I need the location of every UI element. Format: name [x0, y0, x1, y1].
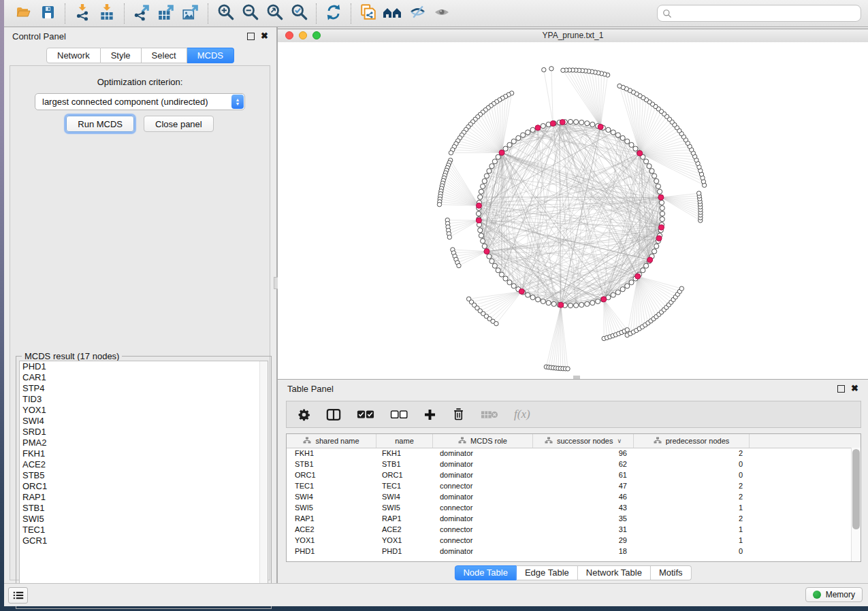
table-row[interactable]: FKH1FKH1dominator962 — [287, 448, 852, 459]
list-item[interactable]: RAP1 — [20, 492, 268, 503]
table-row[interactable]: PHD1PHD1dominator180 — [287, 546, 852, 557]
zoom-fit-button[interactable] — [262, 3, 287, 24]
import-table-button[interactable] — [95, 3, 119, 24]
column-header[interactable]: predecessor nodes — [634, 434, 750, 448]
show-column-panel-button[interactable] — [326, 408, 341, 421]
close-panel-button[interactable]: Close panel — [144, 116, 214, 132]
table-cell: SWI5 — [376, 503, 433, 512]
list-item[interactable]: ACE2 — [20, 459, 268, 470]
list-item[interactable]: STB1 — [20, 503, 268, 514]
close-table-panel-icon[interactable]: ✖ — [851, 385, 858, 392]
table-row[interactable]: SWI4SWI4dominator462 — [287, 491, 852, 502]
mcds-result-title: MCDS result (17 nodes) — [22, 351, 122, 361]
hide-selected-eye-icon — [408, 3, 427, 23]
memory-button[interactable]: Memory — [805, 587, 863, 602]
list-item[interactable]: SRD1 — [20, 427, 268, 437]
close-window-icon[interactable] — [285, 31, 293, 39]
table-settings-button[interactable] — [298, 408, 310, 421]
delete-columns-button[interactable] — [452, 408, 465, 421]
criterion-dropdown[interactable]: largest connected component (undirected)… — [35, 93, 245, 110]
run-mcds-button[interactable]: Run MCDS — [66, 116, 134, 132]
main-toolbar — [4, 0, 868, 27]
column-header[interactable]: successor nodes∨ — [533, 434, 634, 448]
network-canvas[interactable] — [278, 42, 868, 379]
tab-edge-table[interactable]: Edge Table — [517, 565, 578, 580]
tab-network[interactable]: Network — [46, 48, 101, 63]
task-history-button[interactable] — [8, 587, 28, 604]
save-session-button[interactable] — [35, 3, 60, 24]
list-item[interactable]: TID3 — [20, 394, 268, 405]
memory-status-dot — [813, 591, 821, 599]
table-cell: ORC1 — [287, 471, 376, 479]
export-network-button[interactable] — [129, 3, 154, 24]
table-cell: SWI4 — [287, 493, 376, 501]
list-item[interactable]: ORC1 — [20, 481, 268, 492]
list-item[interactable]: CAR1 — [20, 372, 268, 383]
table-row[interactable]: SWI5SWI5connector431 — [287, 502, 852, 513]
table-row[interactable]: RAP1RAP1dominator352 — [287, 513, 852, 524]
list-item[interactable]: SWI5 — [20, 514, 268, 525]
table-row[interactable]: TEC1TEC1connector472 — [287, 480, 852, 491]
column-label: MCDS role — [470, 437, 507, 445]
refresh-layout-button[interactable] — [321, 3, 346, 24]
mcds-result-groupbox: MCDS result (17 nodes) PHD1CAR1STP4TID3Y… — [16, 356, 272, 609]
tab-network-table[interactable]: Network Table — [578, 565, 651, 580]
select-all-columns-button[interactable] — [357, 410, 374, 420]
column-label: name — [395, 437, 414, 445]
add-column-button[interactable] — [423, 408, 436, 421]
export-table-button[interactable] — [154, 3, 178, 24]
export-image-button[interactable] — [178, 3, 203, 24]
list-item[interactable]: STB5 — [20, 470, 268, 481]
list-item[interactable]: SWI4 — [20, 416, 268, 427]
float-panel-icon[interactable] — [247, 33, 255, 40]
tab-node-table[interactable]: Node Table — [454, 565, 517, 580]
show-all-button[interactable] — [430, 3, 454, 24]
table-scrollbar[interactable] — [851, 448, 861, 561]
deselect-all-columns-button[interactable] — [390, 410, 408, 420]
save-floppy-icon — [39, 4, 56, 23]
mcds-result-list[interactable]: PHD1CAR1STP4TID3YOX1SWI4SRD1PMA2FKH1ACE2… — [19, 361, 268, 606]
delete-table-button — [481, 409, 498, 420]
copy-network-icon — [359, 3, 377, 24]
hide-selected-button[interactable] — [405, 3, 430, 24]
list-item[interactable]: TEC1 — [20, 525, 268, 535]
minimize-window-icon[interactable] — [299, 31, 307, 39]
first-neighbors-button[interactable] — [381, 3, 405, 24]
table-row[interactable]: STB1STB1dominator620 — [287, 459, 852, 469]
tab-motifs[interactable]: Motifs — [651, 565, 692, 580]
scrollbar-thumb[interactable] — [852, 449, 860, 529]
close-panel-icon[interactable]: ✖ — [261, 33, 268, 39]
tab-style[interactable]: Style — [101, 48, 142, 63]
column-header[interactable]: MCDS role — [433, 434, 533, 448]
maximize-window-icon[interactable] — [312, 31, 321, 39]
search-input[interactable] — [675, 8, 856, 19]
column-header[interactable]: shared name — [287, 434, 376, 448]
zoom-in-button[interactable] — [213, 3, 238, 24]
list-scrollbar[interactable] — [259, 361, 268, 605]
tab-mcds[interactable]: MCDS — [187, 48, 234, 63]
column-header[interactable]: name — [376, 434, 433, 448]
network-window-titlebar[interactable]: YPA_prune.txt_1 — [278, 29, 868, 43]
list-item[interactable]: PMA2 — [20, 437, 268, 448]
list-item[interactable]: GCR1 — [20, 535, 268, 546]
table-row[interactable]: ORC1ORC1dominator610 — [287, 469, 852, 480]
control-panel-titlebar: Control Panel ✖ — [4, 27, 276, 45]
app-window: Control Panel ✖ Network Style Select MCD… — [4, 0, 868, 606]
tab-select[interactable]: Select — [142, 48, 187, 63]
list-item[interactable]: FKH1 — [20, 448, 268, 459]
new-network-from-selection-button[interactable] — [356, 3, 381, 24]
zoom-out-button[interactable] — [238, 3, 262, 24]
table-row[interactable]: ACE2ACE2connector311 — [287, 524, 852, 535]
open-session-button[interactable] — [11, 3, 35, 24]
float-table-panel-icon[interactable] — [837, 385, 845, 393]
import-network-button[interactable] — [70, 3, 95, 24]
network-graph[interactable] — [278, 42, 868, 379]
search-field[interactable] — [657, 5, 861, 22]
zoom-selected-button[interactable] — [287, 3, 311, 24]
column-type-icon — [303, 437, 311, 445]
table-row[interactable]: YOX1YOX1connector291 — [287, 535, 852, 546]
table-cell: 0 — [634, 460, 750, 468]
list-item[interactable]: PHD1 — [20, 361, 268, 372]
list-item[interactable]: YOX1 — [20, 405, 268, 416]
list-item[interactable]: STP4 — [20, 383, 268, 394]
